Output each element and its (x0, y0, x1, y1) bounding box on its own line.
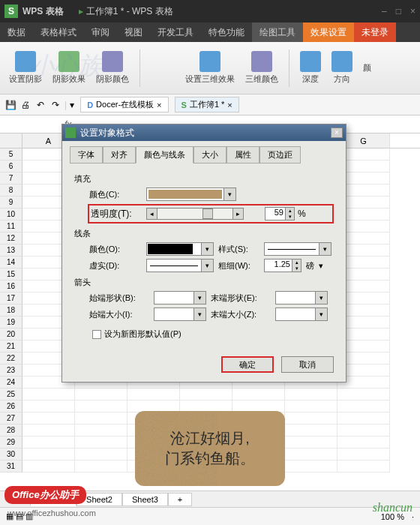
menu-login[interactable]: 未登录 (354, 22, 396, 42)
row-header[interactable]: 22 (0, 352, 22, 364)
row-header[interactable]: 25 (0, 388, 22, 400)
row-header[interactable]: 29 (0, 436, 22, 448)
row-header[interactable]: 17 (0, 292, 22, 304)
cell[interactable] (285, 448, 338, 460)
row-header[interactable]: 10 (0, 208, 22, 220)
ok-button[interactable]: 确定 (221, 356, 274, 373)
cell[interactable] (338, 460, 390, 472)
cell[interactable] (338, 400, 390, 412)
spin-up-icon[interactable]: ▴ (292, 260, 301, 266)
slider-left-arrow[interactable]: ◂ (147, 208, 158, 219)
doctab-docer[interactable]: D Docer-在线模板 × (80, 97, 168, 112)
row-header[interactable]: 21 (0, 340, 22, 352)
begin-shape-combo[interactable]: ▾ (154, 291, 206, 304)
print-icon[interactable]: 🖨 (20, 99, 32, 111)
row-header[interactable]: 5 (0, 148, 22, 160)
row-header[interactable]: 31 (0, 460, 22, 472)
tab-margins[interactable]: 页边距 (260, 146, 301, 164)
end-shape-combo[interactable]: ▾ (275, 291, 328, 304)
doctab-workbook[interactable]: S 工作簿1 * × (175, 97, 239, 112)
tab-colors-lines[interactable]: 颜色与线条 (136, 146, 194, 164)
menu-review[interactable]: 审阅 (84, 22, 117, 42)
default-checkbox[interactable] (92, 330, 101, 339)
row-header[interactable]: 9 (0, 196, 22, 208)
chevron-down-icon[interactable]: ▾ (319, 261, 323, 271)
cell[interactable] (285, 424, 338, 436)
row-header[interactable]: 18 (0, 304, 22, 316)
undo-icon[interactable]: ↶ (34, 99, 46, 111)
tab-align[interactable]: 对齐 (103, 146, 136, 164)
ribbon-3d-set[interactable]: 设置三维效果 (182, 50, 238, 86)
row-header[interactable]: 28 (0, 424, 22, 436)
tab-close-icon[interactable]: × (227, 100, 232, 110)
cell[interactable] (285, 436, 338, 448)
redo-icon[interactable]: ↷ (50, 99, 62, 111)
cell[interactable] (285, 400, 338, 412)
style-combo[interactable]: ▾ (264, 242, 332, 256)
menu-data[interactable]: 数据 (0, 22, 33, 42)
line-color-combo[interactable]: ▾ (146, 242, 214, 256)
end-size-combo[interactable]: ▾ (275, 308, 328, 321)
cell[interactable] (75, 460, 128, 472)
cell[interactable] (22, 436, 75, 448)
cell[interactable] (75, 436, 128, 448)
row-header[interactable]: 6 (0, 160, 22, 172)
row-header[interactable]: 26 (0, 400, 22, 412)
menu-drawtools[interactable]: 绘图工具 (252, 22, 303, 42)
cell[interactable] (75, 448, 128, 460)
cell[interactable] (338, 412, 390, 424)
dialog-titlebar[interactable]: 设置对象格式 × (62, 124, 346, 141)
dialog-close-button[interactable]: × (331, 128, 343, 138)
ribbon-shadow-effect[interactable]: 阴影效果 (50, 50, 88, 86)
weight-input[interactable]: 1.25 ▴▾ (264, 259, 302, 272)
row-header[interactable]: 11 (0, 220, 22, 232)
ribbon-direction[interactable]: 方向 (328, 50, 356, 86)
transparency-input[interactable]: 59 ▴▾ (265, 207, 295, 220)
slider-thumb[interactable] (202, 208, 213, 219)
minimize-button[interactable]: – (382, 6, 387, 16)
cell[interactable] (232, 388, 285, 400)
row-header[interactable]: 7 (0, 172, 22, 184)
begin-size-combo[interactable]: ▾ (154, 308, 206, 321)
ribbon-depth[interactable]: 深度 (297, 50, 324, 86)
spin-up-icon[interactable]: ▴ (285, 208, 294, 214)
spin-down-icon[interactable]: ▾ (285, 214, 294, 220)
row-header[interactable]: 20 (0, 328, 22, 340)
ribbon-3d-color[interactable]: 三维颜色 (242, 50, 281, 86)
row-header[interactable]: 30 (0, 448, 22, 460)
row-header[interactable]: 8 (0, 184, 22, 196)
fill-color-combo[interactable]: ▾ (146, 188, 236, 201)
ribbon-color[interactable]: 颜 (360, 61, 374, 75)
cell[interactable] (128, 388, 180, 400)
tab-font[interactable]: 字体 (70, 146, 103, 164)
dashed-combo[interactable]: ▾ (146, 259, 214, 272)
row-header[interactable]: 16 (0, 280, 22, 292)
ribbon-shadow-color[interactable]: 阴影颜色 (93, 50, 132, 86)
row-header[interactable]: 27 (0, 412, 22, 424)
menu-devtools[interactable]: 开发工具 (150, 22, 201, 42)
slider-right-arrow[interactable]: ▸ (232, 208, 243, 219)
cell[interactable] (22, 448, 75, 460)
menu-effects[interactable]: 效果设置 (303, 22, 354, 42)
cell[interactable] (338, 424, 390, 436)
row-header[interactable]: 15 (0, 268, 22, 280)
close-button[interactable]: × (410, 6, 416, 16)
cell[interactable] (75, 400, 128, 412)
select-all-corner[interactable] (0, 134, 22, 148)
menu-tablestyle[interactable]: 表格样式 (33, 22, 84, 42)
menu-view[interactable]: 视图 (117, 22, 150, 42)
cell[interactable] (338, 436, 390, 448)
cell[interactable] (180, 388, 232, 400)
row-header[interactable]: 14 (0, 256, 22, 268)
cell[interactable] (22, 412, 75, 424)
cell[interactable] (75, 412, 128, 424)
sheettab-add[interactable]: + (168, 493, 192, 506)
cell[interactable] (22, 460, 75, 472)
tab-close-icon[interactable]: × (157, 100, 161, 110)
cell[interactable] (338, 448, 390, 460)
save-icon[interactable]: 💾 (4, 99, 16, 111)
ribbon-shadow-set[interactable]: 设置阴影 (6, 50, 45, 86)
tab-properties[interactable]: 属性 (226, 146, 260, 164)
cell[interactable] (22, 400, 75, 412)
text-shape[interactable]: 沧江好烟月, 门系钓鱼船。 (135, 411, 285, 486)
